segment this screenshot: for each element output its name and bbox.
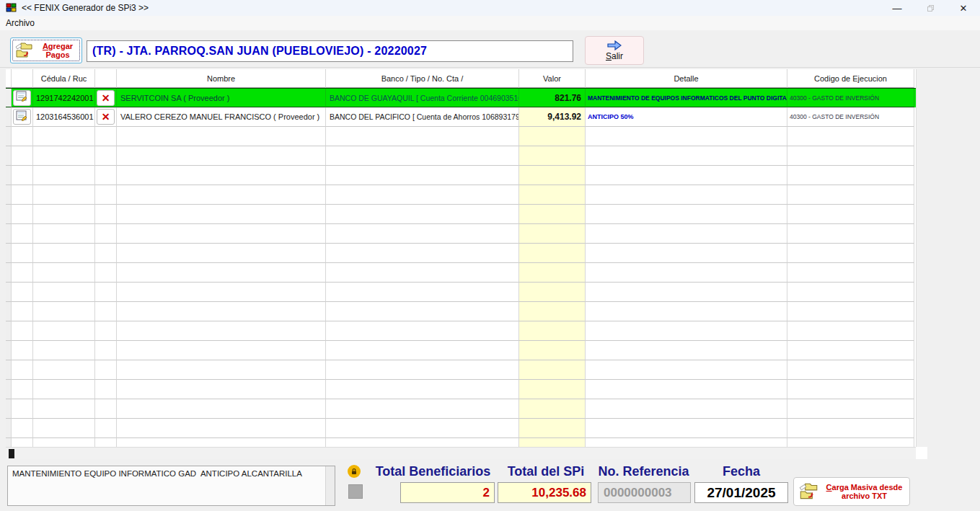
- empty-cell: [117, 185, 326, 205]
- empty-cell: [519, 244, 586, 263]
- delete-cell: ✕: [95, 107, 117, 127]
- empty-cell: [95, 380, 117, 399]
- table-row-empty: [6, 263, 916, 283]
- column-header-valor-header: Valor: [519, 69, 586, 88]
- column-header-banco-header: Banco / Tipo / No. Cta /: [326, 69, 519, 88]
- lock-icon: [348, 465, 361, 478]
- empty-cell: [95, 341, 117, 360]
- empty-cell: [787, 205, 914, 224]
- empty-cell: [326, 166, 519, 185]
- empty-cell: [6, 419, 12, 438]
- empty-cell: [117, 283, 326, 302]
- column-header-delete-header: [95, 69, 117, 88]
- add-payments-folder-icon: [14, 41, 34, 60]
- spi-title-field[interactable]: (TR) - JTA. PARROQ.SAN JUAN (PUEBLOVIEJO…: [87, 40, 573, 62]
- total-beneficiarios-label: Total Beneficiarios: [370, 464, 496, 479]
- empty-cell: [787, 380, 914, 399]
- close-button[interactable]: ✕: [947, 0, 980, 16]
- table-row-empty: [6, 205, 916, 224]
- status-square[interactable]: [348, 484, 363, 499]
- empty-cell: [787, 399, 914, 419]
- empty-cell: [326, 302, 519, 321]
- empty-cell: [586, 146, 787, 166]
- empty-cell: [326, 244, 519, 263]
- vertical-scrollbar[interactable]: [916, 69, 927, 447]
- empty-cell: [326, 399, 519, 419]
- empty-cell: [12, 419, 33, 438]
- empty-cell: [326, 146, 519, 166]
- empty-cell: [33, 146, 95, 166]
- table-row-empty: [6, 224, 916, 244]
- empty-cell: [95, 127, 117, 146]
- empty-cell: [12, 341, 33, 360]
- empty-cell: [12, 205, 33, 224]
- delete-row-button[interactable]: ✕: [97, 109, 115, 125]
- empty-cell: [95, 399, 117, 419]
- empty-cell: [12, 166, 33, 185]
- empty-cell: [6, 438, 12, 447]
- table-row[interactable]: 1291742242001✕SERVITCOIN SA ( Proveedor …: [6, 88, 916, 107]
- empty-cell: [12, 146, 33, 166]
- empty-cell: [33, 399, 95, 419]
- empty-cell: [95, 321, 117, 341]
- edit-row-button[interactable]: [13, 109, 31, 125]
- empty-cell: [519, 146, 586, 166]
- cedula-cell: 1203164536001: [33, 107, 95, 127]
- empty-cell: [95, 224, 117, 244]
- empty-cell: [519, 185, 586, 205]
- detalle-cell: ANTICIPO 50%: [586, 107, 787, 127]
- menu-item-archivo[interactable]: Archivo: [0, 16, 40, 30]
- empty-cell: [117, 321, 326, 341]
- empty-cell: [787, 263, 914, 283]
- empty-cell: [117, 380, 326, 399]
- empty-cell: [519, 127, 586, 146]
- edit-icon: [16, 91, 28, 105]
- horizontal-scrollbar[interactable]: [6, 447, 916, 459]
- cedula-cell: 1291742242001: [33, 89, 95, 107]
- edit-row-button[interactable]: [13, 90, 31, 106]
- empty-cell: [12, 244, 33, 263]
- delete-row-button[interactable]: ✕: [97, 90, 115, 106]
- empty-cell: [586, 302, 787, 321]
- empty-cell: [33, 224, 95, 244]
- minimize-button[interactable]: —: [880, 0, 914, 16]
- table-row[interactable]: 1203164536001✕VALERO CEREZO MANUEL FRANC…: [6, 107, 916, 127]
- empty-cell: [787, 321, 914, 341]
- salir-button[interactable]: Salir: [585, 36, 644, 65]
- table-row-empty: [6, 146, 916, 166]
- empty-cell: [519, 205, 586, 224]
- memo-scrollbar[interactable]: [325, 466, 335, 505]
- agregar-pagos-label: Agregar Pagos: [37, 42, 79, 59]
- table-row-empty: [6, 244, 916, 263]
- window-title: << FENIX Generador de SPi3 >>: [22, 3, 149, 13]
- empty-cell: [6, 360, 12, 380]
- empty-cell: [586, 321, 787, 341]
- empty-cell: [117, 341, 326, 360]
- salir-label: Salir: [606, 51, 623, 61]
- empty-cell: [519, 438, 586, 447]
- empty-cell: [12, 224, 33, 244]
- restore-button[interactable]: [914, 0, 947, 16]
- empty-cell: [586, 399, 787, 419]
- empty-cell: [117, 127, 326, 146]
- empty-cell: [787, 341, 914, 360]
- empty-cell: [586, 224, 787, 244]
- empty-cell: [787, 224, 914, 244]
- exit-arrow-icon: [606, 40, 622, 50]
- empty-cell: [33, 419, 95, 438]
- empty-cell: [6, 146, 12, 166]
- total-beneficiarios-field: 2: [400, 482, 495, 503]
- empty-cell: [12, 360, 33, 380]
- carga-masiva-button[interactable]: Carga Masiva desde archivo TXT: [793, 477, 910, 506]
- empty-cell: [519, 419, 586, 438]
- column-header-nombre-header: Nombre: [117, 69, 326, 88]
- empty-cell: [117, 224, 326, 244]
- empty-cell: [586, 438, 787, 447]
- title-bar: << FENIX Generador de SPi3 >> — ✕: [0, 0, 980, 16]
- fecha-field[interactable]: 27/01/2025: [694, 482, 788, 503]
- restore-icon: [927, 5, 934, 12]
- empty-cell: [95, 302, 117, 321]
- agregar-pagos-button[interactable]: Agregar Pagos: [10, 37, 82, 63]
- memo-textarea[interactable]: MANTENIMIENTO EQUIPO INFORMATICO GAD ANT…: [7, 466, 335, 506]
- horizontal-scrollbar-thumb[interactable]: [9, 449, 14, 458]
